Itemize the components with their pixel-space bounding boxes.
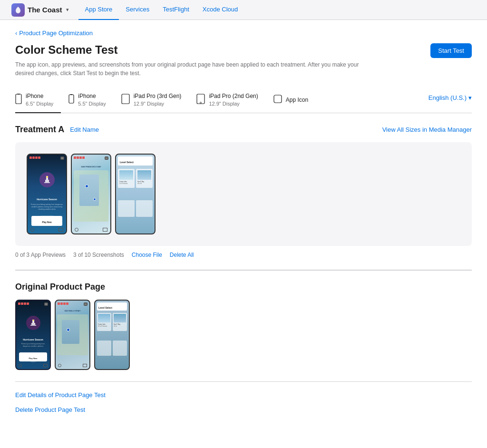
svg-rect-7 [274,95,282,103]
page-header: Color Scheme Test The app icon, app prev… [15,43,472,78]
main-content: ‹ Product Page Optimization Color Scheme… [0,20,487,448]
device-tab-iphone-55-text: iPhone 5.5" Display [78,92,106,107]
device-tabs: iPhone 6.5" Display iPhone 5.5" Display [15,87,472,113]
svg-rect-16 [30,325,36,326]
app-previews-count: 0 of 3 App Previews [15,252,66,258]
orig-phone-mockup-1: 16 Hurricane Season Protect your fishin [15,300,51,370]
screenshot-item-3: Level Select Crater Lake 4 of 9 friends [115,154,156,234]
svg-point-11 [46,176,48,177]
phone-mockup-1: 16 Hurricane Season Protec [27,154,67,234]
svg-rect-10 [44,182,50,183]
start-test-button[interactable]: Start Test [430,43,472,58]
page-title: Color Scheme Test [15,43,367,57]
svg-rect-4 [122,94,129,104]
app-name-chevron: ▾ [66,7,69,13]
treatment-a-title-row: Treatment A Edit Name [15,125,99,135]
original-screenshots: 16 Hurricane Season Protect your fishin [15,300,472,370]
delete-test-link[interactable]: Delete Product Page Test [15,406,472,413]
top-nav: The Coast ▾ App Store Services TestFligh… [0,0,487,20]
svg-rect-2 [69,95,74,103]
device-tab-ipad-pro-2nd[interactable]: iPad Pro (2nd Gen) 12.9" Display [196,88,265,113]
edit-name-link[interactable]: Edit Name [70,126,99,133]
svg-rect-1 [17,94,20,95]
device-tab-ipad-pro-2nd-size: 12.9" Display [209,100,258,107]
device-tab-iphone-65-size: 6.5" Display [26,100,53,107]
device-tab-ipad-pro-2nd-text: iPad Pro (2nd Gen) 12.9" Display [209,92,258,107]
treatment-a-screenshots: 16 Hurricane Season Protec [15,142,472,246]
nav-tab-app-store[interactable]: App Store [78,0,119,20]
nav-tabs: App Store Services TestFlight Xcode Clou… [78,0,245,20]
svg-rect-9 [45,180,49,182]
svg-point-6 [200,102,202,103]
nav-tab-xcode-cloud[interactable]: Xcode Cloud [196,0,244,20]
language-selector[interactable]: English (U.S.) ▾ [429,94,472,106]
svg-rect-3 [70,94,73,95]
screenshot-item-1: 16 Hurricane Season Protec [27,154,67,234]
device-tab-iphone-65[interactable]: iPhone 6.5" Display [15,88,61,113]
device-tab-iphone-55[interactable]: iPhone 5.5" Display [68,88,113,113]
screenshot-info: 0 of 3 App Previews 3 of 10 Screenshots … [15,252,472,258]
device-tab-ipad-pro-3rd-name: iPad Pro (3rd Gen) [134,92,182,100]
treatment-a-title: Treatment A [15,125,64,135]
orig-screenshot-2: 16 SAN PABLO STRAIT [55,300,90,370]
device-tab-iphone-55-name: iPhone [78,92,106,100]
iphone-55-icon [68,94,74,106]
app-icon-device-icon [273,95,282,106]
svg-rect-5 [197,94,205,104]
view-all-sizes-link[interactable]: View All Sizes in Media Manager [382,126,472,133]
phone-mockup-2: 16 SAN FRANCISCO BAY [71,154,111,234]
screenshots-count: 3 of 10 Screenshots [73,252,124,258]
original-section-title: Original Product Page [15,282,472,292]
iphone-65-icon [15,94,22,107]
treatment-a-section: Treatment A Edit Name View All Sizes in … [15,113,472,270]
edit-details-link[interactable]: Edit Details of Product Page Test [15,391,472,399]
orig-phone-mockup-3: Level Select Crater Lake 41 of 9 friends… [94,300,130,370]
nav-tab-services[interactable]: Services [119,0,156,20]
app-name: The Coast [28,6,62,14]
orig-phone-mockup-2: 16 SAN PABLO STRAIT [55,300,90,370]
ipad-pro-3rd-icon [121,94,130,107]
app-logo-icon [11,3,25,17]
treatment-a-header: Treatment A Edit Name View All Sizes in … [15,125,472,135]
orig-screenshot-1: 16 Hurricane Season Protect your fishin [15,300,51,370]
ipad-pro-2nd-icon [196,94,205,107]
page-header-left: Color Scheme Test The app icon, app prev… [15,43,367,78]
svg-point-17 [32,320,33,321]
orig-screenshot-3: Level Select Crater Lake 41 of 9 friends… [94,300,130,370]
app-logo[interactable]: The Coast ▾ [11,3,69,17]
device-tab-iphone-65-text: iPhone 6.5" Display [26,92,53,107]
bottom-links: Edit Details of Product Page Test Delete… [15,382,472,423]
page-description: The app icon, app previews, and screensh… [15,60,367,78]
language-chevron: ▾ [468,94,472,101]
language-label: English (U.S.) [429,94,467,101]
device-tab-ipad-pro-3rd[interactable]: iPad Pro (3rd Gen) 12.9" Display [121,88,189,113]
phone-mockup-3: Level Select Crater Lake 4 of 9 friends [115,154,156,234]
choose-file-link[interactable]: Choose File [132,252,162,258]
breadcrumb-link[interactable]: Product Page Optimization [19,29,93,37]
device-tab-ipad-pro-3rd-size: 12.9" Display [134,100,182,107]
device-tabs-list: iPhone 6.5" Display iPhone 5.5" Display [15,87,323,113]
device-tab-iphone-65-name: iPhone [26,92,53,100]
breadcrumb-arrow: ‹ [15,29,17,37]
delete-all-link[interactable]: Delete All [170,252,194,258]
svg-rect-0 [16,94,21,104]
device-tab-app-icon[interactable]: App Icon [273,90,316,111]
svg-rect-15 [31,323,35,325]
device-tab-ipad-pro-2nd-name: iPad Pro (2nd Gen) [209,92,258,100]
device-tab-app-icon-text: App Icon [286,96,308,104]
screenshot-item-2: 16 SAN FRANCISCO BAY [71,154,111,234]
breadcrumb: ‹ Product Page Optimization [15,29,472,37]
device-tab-app-icon-name: App Icon [286,96,308,104]
nav-tab-testflight[interactable]: TestFlight [156,0,196,20]
original-product-page-section: Original Product Page 16 [15,271,472,381]
device-tab-iphone-55-size: 5.5" Display [78,100,106,107]
device-tab-ipad-pro-3rd-text: iPad Pro (3rd Gen) 12.9" Display [134,92,182,107]
